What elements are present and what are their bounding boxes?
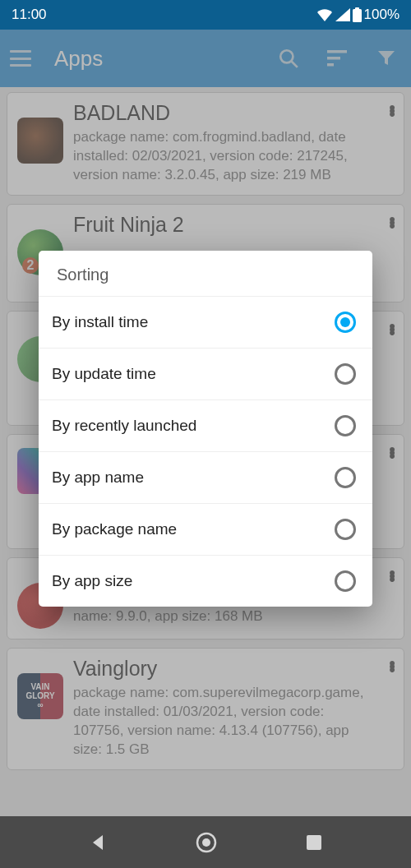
status-bar: 11:00 100% — [0, 0, 411, 30]
sort-option-label: By recently launched — [52, 417, 196, 435]
status-time: 11:00 — [12, 7, 47, 23]
radio-icon — [335, 312, 356, 333]
radio-icon — [335, 519, 356, 540]
svg-rect-1 — [355, 7, 359, 10]
sort-option-app-name[interactable]: By app name — [39, 451, 372, 503]
svg-rect-9 — [307, 835, 321, 850]
wifi-icon — [316, 8, 333, 21]
radio-icon — [335, 467, 356, 488]
sort-option-label: By install time — [52, 313, 148, 331]
recent-icon[interactable] — [305, 833, 323, 852]
sort-dialog: Sorting By install time By update time B… — [39, 251, 372, 607]
radio-icon — [335, 363, 356, 385]
sort-option-label: By app size — [52, 572, 132, 590]
battery-icon — [353, 7, 362, 22]
svg-point-8 — [202, 838, 210, 847]
home-icon[interactable] — [196, 832, 217, 853]
sort-option-recently-launched[interactable]: By recently launched — [39, 399, 372, 451]
system-nav-bar — [0, 816, 411, 868]
back-icon[interactable] — [88, 833, 108, 852]
sort-option-install-time[interactable]: By install time — [39, 296, 372, 348]
sort-option-label: By app name — [52, 469, 144, 487]
svg-rect-0 — [353, 9, 362, 22]
dialog-title: Sorting — [39, 265, 372, 296]
battery-text: 100% — [364, 7, 399, 23]
radio-icon — [335, 415, 356, 436]
radio-icon — [335, 570, 356, 592]
sort-option-label: By package name — [52, 520, 177, 538]
status-right: 100% — [316, 7, 399, 23]
sort-option-package-name[interactable]: By package name — [39, 503, 372, 555]
sort-option-label: By update time — [52, 365, 156, 383]
sort-option-update-time[interactable]: By update time — [39, 348, 372, 399]
signal-icon — [335, 8, 350, 21]
sort-option-app-size[interactable]: By app size — [39, 555, 372, 607]
